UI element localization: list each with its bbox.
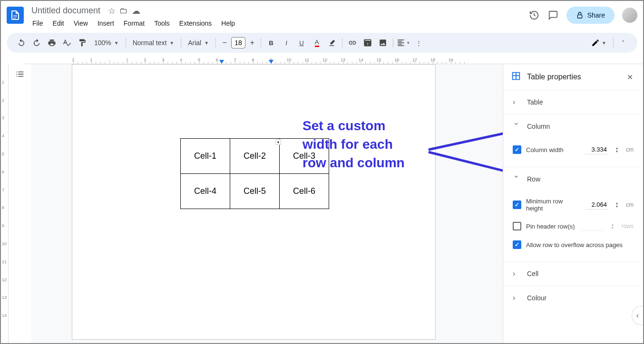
- align-button[interactable]: ▼: [396, 36, 410, 50]
- table-cell[interactable]: Cell-1: [181, 139, 230, 174]
- stepper-down[interactable]: ▾: [615, 150, 619, 153]
- chevron-right-icon: ›: [513, 98, 520, 106]
- horizontal-ruler[interactable]: 2112345678910111213141516171819: [24, 57, 643, 64]
- svg-rect-0: [577, 15, 582, 18]
- column-width-input[interactable]: [585, 145, 608, 154]
- chevron-right-icon: ›: [513, 294, 520, 302]
- overflow-checkbox[interactable]: [513, 240, 521, 249]
- italic-button[interactable]: I: [279, 36, 293, 50]
- sidebar-title: Table properties: [527, 73, 618, 81]
- more-button[interactable]: ⋮: [411, 36, 426, 50]
- annotation-arrow: [426, 121, 503, 192]
- min-row-height-label: Minimum row height: [526, 198, 580, 212]
- underline-button[interactable]: U: [294, 36, 309, 50]
- share-label: Share: [587, 11, 605, 19]
- menu-help[interactable]: Help: [217, 18, 239, 29]
- docs-logo[interactable]: [7, 7, 24, 24]
- menu-insert[interactable]: Insert: [94, 18, 118, 29]
- menu-view[interactable]: View: [70, 18, 92, 29]
- table-cell[interactable]: Cell-6: [280, 174, 329, 209]
- spellcheck-button[interactable]: [60, 36, 74, 50]
- font-select[interactable]: Arial▼: [184, 37, 213, 48]
- undo-button[interactable]: [14, 36, 29, 50]
- unit-label: cm: [626, 201, 634, 208]
- bold-button[interactable]: B: [264, 36, 278, 50]
- pin-header-checkbox[interactable]: [513, 222, 521, 230]
- unit-label: rows: [622, 223, 634, 229]
- text-color-button[interactable]: A: [310, 36, 324, 50]
- comments-icon[interactable]: [547, 10, 559, 21]
- pin-header-input[interactable]: [581, 221, 604, 231]
- unit-label: cm: [626, 146, 634, 153]
- menu-extensions[interactable]: Extensions: [176, 18, 215, 29]
- image-button[interactable]: [376, 36, 390, 50]
- table-cell[interactable]: Cell-2: [230, 139, 280, 174]
- stepper-down[interactable]: ▾: [615, 205, 619, 208]
- move-icon[interactable]: 🗀: [119, 6, 128, 16]
- section-row[interactable]: › Row: [503, 167, 643, 191]
- section-cell[interactable]: › Cell: [503, 262, 643, 286]
- avatar[interactable]: [622, 8, 637, 23]
- annotation-text: Set a custom width for each row and colu…: [302, 116, 405, 172]
- highlight-button[interactable]: [325, 36, 339, 50]
- menu-edit[interactable]: Edit: [49, 18, 68, 29]
- table-icon: [511, 71, 521, 83]
- section-colour[interactable]: › Colour: [503, 286, 643, 310]
- menu-tools[interactable]: Tools: [150, 18, 174, 29]
- chevron-down-icon: ▼: [204, 40, 209, 46]
- table-cell[interactable]: Cell-4: [181, 174, 230, 209]
- chevron-down-icon: ›: [512, 175, 521, 183]
- history-icon[interactable]: [528, 10, 540, 21]
- menu-format[interactable]: Format: [120, 18, 148, 29]
- document-page[interactable]: Cell-1 Cell-2 Cell-3 Cell-4 Cell-5 Cell-…: [72, 64, 436, 340]
- min-row-height-checkbox[interactable]: [513, 201, 521, 209]
- chevron-down-icon: ▼: [114, 40, 119, 46]
- document-title[interactable]: Untitled document: [29, 5, 103, 17]
- svg-line-6: [429, 152, 503, 181]
- toolbar: 100%▼ Normal text▼ Arial▼ − + B I U A ▼ …: [7, 33, 637, 53]
- menu-file[interactable]: File: [29, 18, 47, 29]
- font-size-input[interactable]: [231, 37, 245, 48]
- pin-header-label: Pin header row(s): [526, 223, 576, 230]
- section-table[interactable]: › Table: [503, 90, 643, 114]
- collapse-toolbar-button[interactable]: ˄: [616, 36, 630, 49]
- chevron-down-icon: ›: [512, 123, 521, 130]
- table-cell[interactable]: Cell-5: [230, 174, 280, 209]
- svg-line-5: [429, 125, 503, 150]
- vertical-ruler[interactable]: 1234567891011121314: [1, 64, 9, 343]
- zoom-select[interactable]: 100%▼: [90, 37, 123, 48]
- min-row-height-input[interactable]: [585, 200, 608, 210]
- column-width-checkbox[interactable]: [513, 145, 521, 154]
- column-width-label: Column width: [526, 146, 580, 153]
- cloud-icon[interactable]: ☁: [132, 6, 140, 16]
- menu-bar: File Edit View Insert Format Tools Exten…: [29, 18, 524, 29]
- paint-format-button[interactable]: [75, 36, 89, 50]
- section-column[interactable]: › Column: [503, 115, 643, 138]
- table-properties-sidebar: Table properties ✕ › Table › Column Colu…: [503, 64, 643, 343]
- link-button[interactable]: [345, 36, 360, 50]
- star-icon[interactable]: ☆: [108, 6, 116, 16]
- chevron-down-icon: ▼: [169, 40, 174, 46]
- redo-button[interactable]: [29, 36, 44, 50]
- overflow-label: Allow row to overflow across pages: [526, 241, 634, 248]
- lock-icon: [576, 11, 584, 19]
- share-button[interactable]: Share: [566, 7, 615, 24]
- chevron-right-icon: ›: [513, 269, 520, 278]
- close-icon[interactable]: ✕: [624, 71, 635, 83]
- font-size-decrease[interactable]: −: [219, 37, 230, 48]
- outline-button[interactable]: [15, 69, 25, 81]
- stepper-down[interactable]: ▾: [610, 227, 615, 229]
- editing-mode-button[interactable]: ▼: [587, 37, 610, 49]
- comment-button[interactable]: [361, 36, 375, 50]
- style-select[interactable]: Normal text▼: [129, 37, 178, 48]
- print-button[interactable]: [45, 36, 59, 50]
- font-size-increase[interactable]: +: [246, 37, 258, 48]
- cell-dropdown-handle[interactable]: ▾: [275, 139, 281, 145]
